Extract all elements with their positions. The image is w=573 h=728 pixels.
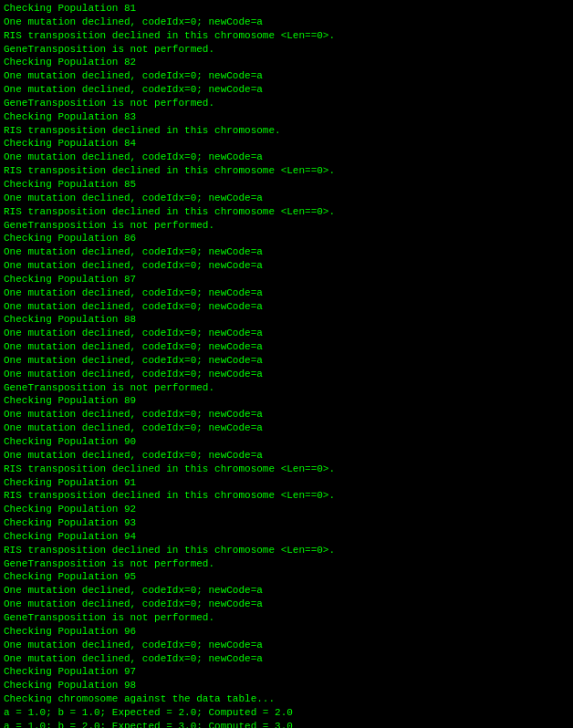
terminal-output: Checking Population 81 One mutation decl… xyxy=(0,0,573,728)
